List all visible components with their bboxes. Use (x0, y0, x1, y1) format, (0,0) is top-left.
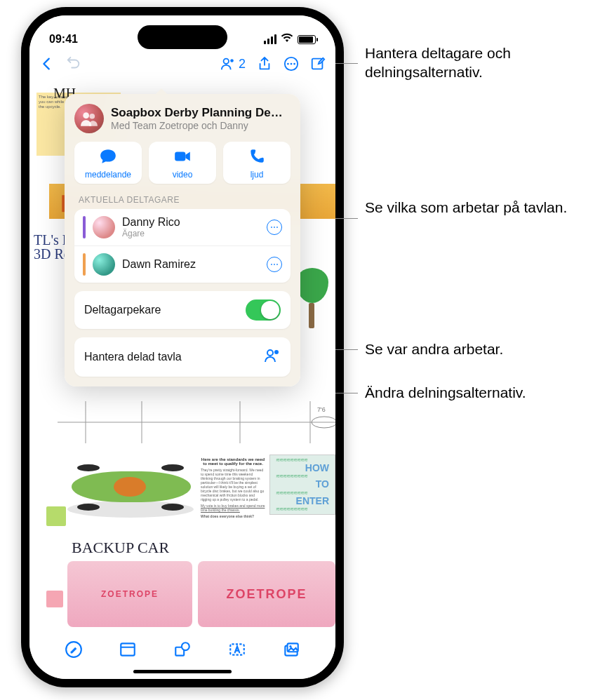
callout-seewho: Se vilka som arbetar på tavlan. (365, 198, 603, 217)
communication-row: meddelande video ljud (74, 142, 291, 184)
bottom-toolbar (29, 640, 335, 665)
sticky-note[interactable] (46, 591, 63, 607)
wheel (161, 504, 184, 511)
manage-share-card: Hantera delad tavla (74, 337, 291, 377)
home-indicator[interactable] (133, 670, 232, 673)
car-seat (114, 477, 146, 497)
popover-header: Soapbox Derby Planning De… Med Team Zoet… (74, 104, 291, 133)
how-to-enter-card[interactable]: ≋≋≋≋≋≋≋≋≋ HOW ≋≋≋≋≋≋≋≋≋ TO ≋≋≋≋≋≋≋≋≋ ENT… (269, 455, 335, 515)
participant-more-button[interactable]: ⋯ (267, 220, 282, 235)
undo-button[interactable] (66, 56, 81, 72)
presence-bar (83, 253, 86, 276)
video-label: video (152, 170, 213, 180)
cursor-toggle[interactable] (246, 299, 281, 321)
new-note-button[interactable] (310, 56, 326, 72)
photo-thumbnail[interactable]: ZOETROPE (67, 561, 192, 627)
wheel (77, 464, 100, 471)
phone-frame: 09:41 2 (21, 7, 344, 687)
sticky-note[interactable] (46, 506, 66, 526)
cursor-toggle-label: Deltagarpekare (84, 304, 161, 316)
cellular-icon (264, 34, 276, 44)
wheel (161, 464, 184, 471)
text-tool-button[interactable] (227, 640, 247, 659)
svg-rect-20 (121, 643, 135, 655)
top-toolbar: 2 (29, 53, 335, 77)
manage-share-label: Hantera delad tavla (84, 351, 182, 363)
battery-icon (298, 35, 316, 44)
board-title: Soapbox Derby Planning De… (111, 106, 283, 120)
message-button[interactable]: meddelande (74, 142, 142, 184)
status-indicators (264, 33, 316, 46)
share-button[interactable] (257, 56, 272, 72)
svg-point-1 (230, 59, 234, 62)
draw-tool-button[interactable] (64, 640, 84, 659)
svg-text:7'6: 7'6 (317, 406, 326, 413)
participants-section-label: AKTUELLA DELTAGARE (79, 195, 286, 205)
participant-name: Danny Rico (122, 216, 260, 229)
svg-point-15 (90, 114, 95, 119)
svg-point-0 (224, 59, 229, 64)
svg-point-17 (267, 350, 273, 356)
audio-button[interactable]: ljud (223, 142, 291, 184)
callout-cursors: Se var andra arbetar. (365, 339, 603, 358)
collaboration-icon (264, 347, 281, 367)
group-avatar (74, 104, 104, 133)
collaborator-count: 2 (239, 57, 246, 72)
svg-point-18 (274, 350, 279, 354)
callout-changeshare: Ändra delningsalternativ. (365, 383, 603, 402)
audio-label: ljud (226, 170, 288, 180)
svg-rect-16 (175, 152, 185, 161)
callout-manage: Hantera deltagare och delningsalternativ… (365, 43, 603, 82)
label: TO (316, 479, 329, 490)
label: HOW (305, 463, 329, 473)
label: ENTER (296, 496, 329, 506)
svg-point-3 (287, 63, 289, 65)
photo-thumbnail[interactable]: ZOETROPE (198, 561, 335, 627)
collaborators-button[interactable]: 2 (220, 56, 246, 72)
shapes-tool-button[interactable] (173, 640, 192, 659)
collaboration-popover: Soapbox Derby Planning De… Med Team Zoet… (65, 94, 300, 386)
backup-car-label: BACKUP CAR (72, 539, 169, 557)
wifi-icon (281, 33, 293, 46)
svg-point-14 (83, 112, 89, 119)
participant-row[interactable]: Danny Rico Ägare ⋯ (74, 209, 291, 245)
message-label: meddelande (77, 170, 139, 180)
phone-screen: 09:41 2 (29, 15, 335, 679)
green-shape[interactable] (296, 268, 328, 303)
media-tool-button[interactable] (281, 640, 301, 659)
text-block[interactable]: Here are the standards we need to meet t… (201, 457, 265, 518)
participants-list: Danny Rico Ägare ⋯ Dawn Ramirez ⋯ (74, 209, 291, 283)
wheel (77, 504, 100, 511)
more-button[interactable] (283, 56, 299, 72)
technical-drawing: 7'6 (58, 394, 335, 450)
participant-role: Ägare (122, 229, 260, 238)
svg-point-23 (182, 642, 189, 650)
participant-name: Dawn Ramirez (122, 258, 260, 271)
dynamic-island (138, 25, 227, 49)
sticky-tool-button[interactable] (118, 640, 138, 659)
participant-more-button[interactable]: ⋯ (267, 257, 282, 272)
manage-share-button[interactable]: Hantera delad tavla (74, 337, 291, 377)
avatar (93, 253, 115, 276)
video-button[interactable]: video (149, 142, 216, 184)
stem-shape (309, 303, 314, 328)
svg-point-5 (293, 63, 295, 65)
status-time: 09:41 (49, 33, 78, 46)
board-subtitle: Med Team Zoetrope och Danny (111, 120, 283, 131)
presence-bar (83, 216, 86, 238)
svg-point-4 (291, 63, 293, 65)
avatar (93, 216, 115, 238)
cursor-toggle-card: Deltagarpekare (74, 291, 291, 329)
participant-row[interactable]: Dawn Ramirez ⋯ (74, 245, 291, 283)
back-button[interactable] (39, 56, 55, 72)
